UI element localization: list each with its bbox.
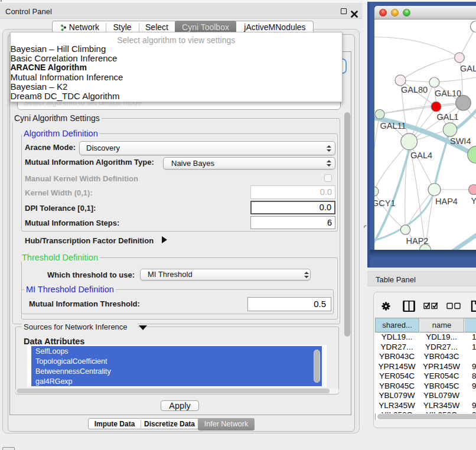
svg-text:GAL11: GAL11 bbox=[380, 121, 406, 131]
svg-text:GCY1: GCY1 bbox=[374, 198, 396, 208]
svg-text:HAP4: HAP4 bbox=[435, 197, 458, 206]
svg-text:Y: Y bbox=[471, 196, 476, 206]
svg-text:GAL4: GAL4 bbox=[410, 151, 432, 160]
svg-text:GAL10: GAL10 bbox=[435, 89, 461, 98]
svg-text:GAL8: GAL8 bbox=[460, 64, 476, 73]
svg-text:GAL80: GAL80 bbox=[401, 85, 428, 94]
svg-text:SWI4: SWI4 bbox=[450, 136, 471, 146]
svg-text:GAL1: GAL1 bbox=[437, 112, 459, 122]
svg-text:HAP2: HAP2 bbox=[406, 236, 429, 246]
